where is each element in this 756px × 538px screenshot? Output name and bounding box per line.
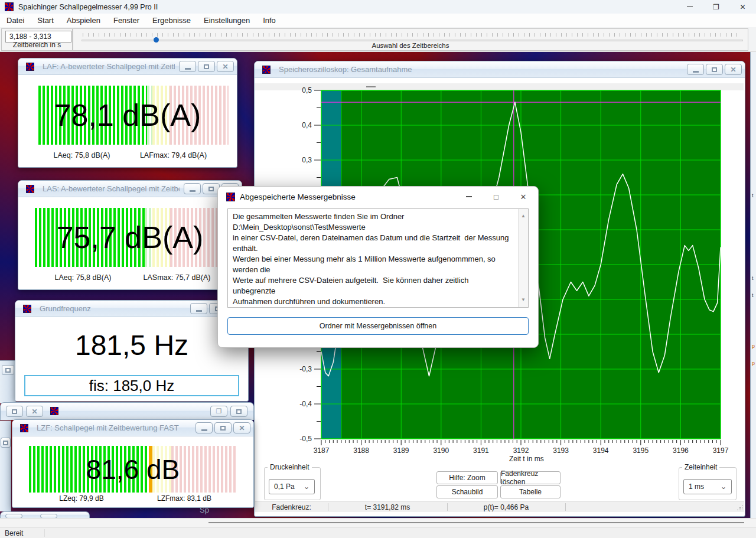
svg-text:3187: 3187 (314, 446, 330, 455)
horizontal-scrollbar[interactable] (0, 518, 756, 527)
note-box: fis: 185,0 Hz (24, 375, 239, 396)
oscilloscope-titlebar[interactable]: Speicheroszilloskop: Gesamtaufnahme ✕ (255, 61, 745, 78)
close-icon: ✕ (739, 3, 745, 11)
lzf-titlebar[interactable]: LZF: Schallpegel mit Zeitbewertung FAST … (12, 420, 253, 436)
lzf-window: LZF: Schallpegel mit Zeitbewertung FAST … (12, 419, 254, 508)
svg-text:0,5: 0,5 (302, 86, 312, 94)
restore-icon (220, 426, 226, 431)
svg-text:3193: 3193 (553, 446, 569, 455)
window-icon (50, 407, 58, 415)
menu-datei[interactable]: Datei (0, 14, 31, 27)
zeiteinheit-value: 1 ms (689, 482, 704, 491)
close-button[interactable]: ✕ (217, 61, 234, 72)
restore-button[interactable] (1, 438, 11, 448)
laf-titlebar[interactable]: LAF: A-bewerteter Schallpegel mit Zeitbe… (18, 58, 237, 75)
menu-fenster[interactable]: Fenster (107, 14, 146, 27)
maximize-icon: □ (494, 193, 498, 201)
druckeinheit-select[interactable]: 0,1 Pa ⌄ (269, 479, 315, 494)
background-window-titlebar[interactable] (0, 511, 90, 518)
hilfe-zoom-button[interactable]: Hilfe: Zoom (436, 471, 498, 484)
close-button[interactable]: ✕ (233, 422, 250, 433)
close-icon: ✕ (520, 193, 527, 201)
svg-text:0,3: 0,3 (302, 156, 312, 164)
resize-grip[interactable] (737, 504, 742, 510)
slider-tickmarks (83, 33, 742, 37)
restore-button[interactable] (706, 64, 723, 75)
close-button[interactable]: ✕ (26, 406, 43, 417)
oscilloscope-statusstrip: Fadenkreuz: t= 3191,82 ms p(t)= 0,466 Pa (255, 501, 744, 512)
las-titlebar[interactable]: LAS: A-bewerteter Schallpegel mit Zeitbe… (18, 181, 242, 197)
minimize-button[interactable] (462, 190, 475, 203)
svg-text:3197: 3197 (713, 446, 729, 455)
open-folder-button[interactable]: Ordner mit Messergebnissen öffnen (227, 317, 529, 335)
message-line: D:\Mein_Desktop\sonst\TestMesswerte (233, 222, 513, 233)
fadenkreuz-loeschen-button[interactable]: Fadenkreuz löschen (500, 471, 561, 484)
scroll-up-icon[interactable]: ▲ (521, 211, 526, 221)
minimize-icon (185, 68, 191, 70)
time-slider-panel: Auswahl des Zeitbereichs (73, 28, 748, 51)
main-titlebar[interactable]: Spaichinger Schallpegelmesser 4,99 Pro I… (0, 0, 756, 14)
minimize-icon (190, 190, 195, 192)
minimize-button[interactable] (676, 0, 703, 14)
laeq-label: LAeq: 75,8 dB(A) (36, 273, 130, 282)
menu-einstellungen[interactable]: Einstellungen (197, 14, 256, 27)
close-icon: ✕ (239, 425, 245, 432)
restore-button[interactable]: ❐ (703, 0, 729, 14)
lzf-title: LZF: Schallpegel mit Zeitbewertung FAST (37, 423, 191, 432)
message-line: Werte auf mehrere CSV-Dateien aufgeteilt… (233, 275, 513, 296)
tabelle-button[interactable]: Tabelle (500, 485, 561, 498)
statusbar: Bereit (0, 527, 756, 538)
svg-text:-0,5: -0,5 (299, 435, 312, 443)
restore-button[interactable] (6, 406, 23, 417)
slider-label: Auswahl des Zeitbereichs (73, 42, 748, 49)
text-fragment: t (752, 193, 754, 198)
dialog-message: Die gesammelten Messwerte finden Sie im … (227, 208, 529, 308)
status-pressure: p(t)= 0,466 Pa (447, 502, 565, 512)
zeiteinheit-select[interactable]: 1 ms ⌄ (683, 479, 732, 494)
minimize-icon (196, 310, 202, 312)
scroll-down-icon[interactable]: ▼ (521, 295, 526, 305)
offscreen-window-edge: t t t p p (750, 52, 756, 518)
lafmax-label: LAFmax: 79,4 dB(A) (128, 151, 219, 159)
maximize-button[interactable]: □ (490, 190, 503, 203)
messergebnisse-dialog: Abgespeicherte Messergebnisse □ ✕ Die ge… (217, 186, 539, 348)
restore-icon (712, 67, 717, 72)
dialog-title: Abgespeicherte Messergebnisse (240, 193, 448, 201)
menu-abspielen[interactable]: Abspielen (60, 14, 107, 27)
minimized-window-strip[interactable] (0, 420, 11, 511)
menu-info[interactable]: Info (256, 14, 282, 27)
svg-text:3194: 3194 (593, 446, 609, 455)
menu-ergebnisse[interactable]: Ergebnisse (146, 14, 197, 27)
lzfmax-label: LZFmax: 83,1 dB (133, 494, 236, 503)
close-button[interactable]: ✕ (517, 190, 530, 203)
minimize-button[interactable] (184, 183, 201, 194)
menu-start[interactable]: Start (31, 14, 60, 27)
las-title: LAS: A-bewerteter Schallpegel mit Zeitbe… (43, 184, 180, 193)
chevron-down-icon: ⌄ (721, 482, 726, 491)
minimize-button[interactable] (179, 61, 196, 72)
minimize-button[interactable] (687, 64, 704, 75)
divider (44, 529, 45, 537)
background-window-titlebar[interactable]: ✕ ❐ (0, 402, 254, 420)
time-range-slider[interactable] (82, 40, 743, 41)
minimize-button[interactable] (190, 303, 207, 314)
svg-text:-0,4: -0,4 (299, 400, 312, 408)
minimized-window-strip[interactable] (0, 360, 16, 403)
vertical-scrollbar[interactable]: ▲ ▼ (518, 209, 528, 307)
scrollbar-thumb[interactable] (208, 522, 744, 523)
schaubild-button[interactable]: Schaubild (436, 485, 498, 498)
restore-button[interactable] (214, 422, 232, 433)
restore-button[interactable] (198, 61, 215, 72)
cascade-button[interactable]: ❐ (210, 406, 227, 417)
grundfrequenz-titlebar[interactable]: Grundfrequenz ✕ (15, 301, 248, 317)
close-button[interactable]: ✕ (729, 0, 756, 14)
dialog-titlebar[interactable]: Abgespeicherte Messergebnisse □ ✕ (218, 187, 538, 207)
text-fragment: p (752, 360, 755, 366)
window-icon (23, 305, 31, 313)
restore-button[interactable] (2, 365, 14, 375)
restore-button[interactable] (230, 406, 247, 417)
restore-icon (3, 441, 8, 445)
minimize-button[interactable] (195, 422, 213, 433)
restore-icon (208, 187, 214, 191)
close-button[interactable]: ✕ (725, 64, 742, 75)
